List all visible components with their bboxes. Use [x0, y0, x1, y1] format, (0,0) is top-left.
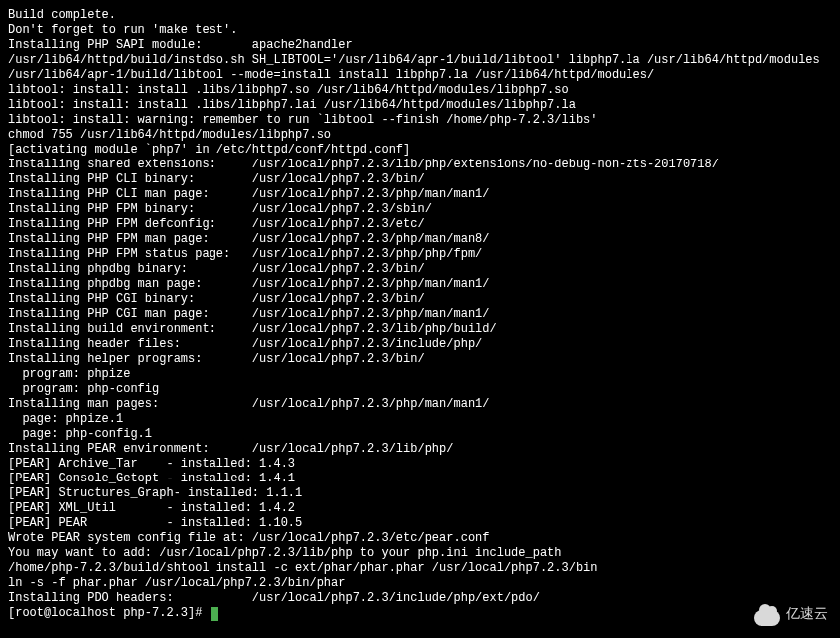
output-line: program: phpize	[8, 367, 832, 382]
output-line: [PEAR] XML_Util - installed: 1.4.2	[8, 501, 832, 516]
output-line: You may want to add: /usr/local/php7.2.3…	[8, 546, 832, 561]
output-line: Installing PHP FPM defconfig: /usr/local…	[8, 217, 832, 232]
output-line: libtool: install: install .libs/libphp7.…	[8, 83, 832, 98]
output-line: ln -s -f phar.phar /usr/local/php7.2.3/b…	[8, 576, 832, 591]
output-line: Installing phpdbg man page: /usr/local/p…	[8, 277, 832, 292]
output-line: Installing PHP CLI man page: /usr/local/…	[8, 187, 832, 202]
output-line: /usr/lib64/httpd/build/instdso.sh SH_LIB…	[8, 53, 832, 68]
output-line: Build complete.	[8, 8, 832, 23]
output-line: Installing PHP CGI binary: /usr/local/ph…	[8, 292, 832, 307]
output-line: page: php-config.1	[8, 427, 832, 442]
output-line: Don't forget to run 'make test'.	[8, 23, 832, 38]
watermark: 亿速云	[754, 600, 828, 626]
output-line: chmod 755 /usr/lib64/httpd/modules/libph…	[8, 128, 832, 143]
output-line: program: php-config	[8, 382, 832, 397]
output-line: libtool: install: warning: remember to r…	[8, 113, 832, 128]
output-line: Installing helper programs: /usr/local/p…	[8, 352, 832, 367]
output-line: Installing PHP SAPI module: apache2handl…	[8, 38, 832, 53]
terminal-output[interactable]: Build complete.Don't forget to run 'make…	[8, 8, 832, 606]
output-line: Installing PHP CLI binary: /usr/local/ph…	[8, 172, 832, 187]
output-line: libtool: install: install .libs/libphp7.…	[8, 98, 832, 113]
output-line: Wrote PEAR system config file at: /usr/l…	[8, 531, 832, 546]
output-line: [PEAR] Structures_Graph- installed: 1.1.…	[8, 486, 832, 501]
output-line: page: phpize.1	[8, 412, 832, 427]
watermark-text: 亿速云	[786, 606, 828, 621]
shell-prompt: [root@localhost php-7.2.3]#	[8, 606, 210, 621]
cloud-icon	[754, 600, 780, 626]
output-line: [PEAR] Console_Getopt - installed: 1.4.1	[8, 472, 832, 486]
output-line: Installing PHP FPM status page: /usr/loc…	[8, 247, 832, 262]
output-line: /usr/lib64/apr-1/build/libtool --mode=in…	[8, 68, 832, 83]
output-line: [activating module `php7' in /etc/httpd/…	[8, 143, 832, 158]
cursor-block	[211, 607, 218, 621]
output-line: [PEAR] Archive_Tar - installed: 1.4.3	[8, 457, 832, 472]
output-line: Installing man pages: /usr/local/php7.2.…	[8, 397, 832, 412]
output-line: Installing PHP CGI man page: /usr/local/…	[8, 307, 832, 322]
output-line: Installing PEAR environment: /usr/local/…	[8, 442, 832, 457]
output-line: Installing header files: /usr/local/php7…	[8, 337, 832, 352]
output-line: Installing phpdbg binary: /usr/local/php…	[8, 262, 832, 277]
output-line: Installing PHP FPM binary: /usr/local/ph…	[8, 202, 832, 217]
output-line: Installing PHP FPM man page: /usr/local/…	[8, 232, 832, 247]
output-line: /home/php-7.2.3/build/shtool install -c …	[8, 561, 832, 576]
output-line: Installing build environment: /usr/local…	[8, 322, 832, 337]
output-line: Installing shared extensions: /usr/local…	[8, 158, 832, 172]
output-line: [PEAR] PEAR - installed: 1.10.5	[8, 516, 832, 531]
output-line: Installing PDO headers: /usr/local/php7.…	[8, 591, 832, 606]
terminal-prompt-line[interactable]: [root@localhost php-7.2.3]#	[8, 606, 832, 621]
